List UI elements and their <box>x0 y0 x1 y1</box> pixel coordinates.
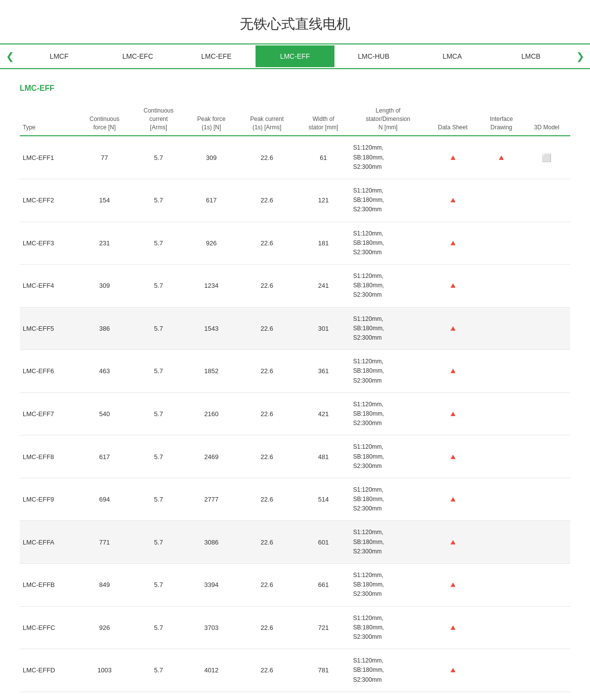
model-icon[interactable]: ⬜ <box>542 154 552 162</box>
cell-datasheet[interactable]: 🔺 <box>426 606 480 649</box>
cell-peak-force: 617 <box>185 179 237 222</box>
nav-left-arrow[interactable]: ❮ <box>0 44 20 68</box>
cell-cont-force: 849 <box>77 564 132 607</box>
col-interface: InterfaceDrawing <box>479 103 523 136</box>
nav-item-lmcb[interactable]: LMCB <box>492 45 570 67</box>
cell-datasheet[interactable]: 🔺 <box>426 435 480 478</box>
cell-cont-current: 5.7 <box>132 136 186 179</box>
cell-peak-force: 1852 <box>185 350 237 393</box>
cell-cont-force: 463 <box>77 350 132 393</box>
cell-datasheet[interactable]: 🔺 <box>426 265 480 308</box>
cell-3dmodel <box>523 392 570 435</box>
cell-interface[interactable]: 🔺 <box>479 136 523 179</box>
cell-cont-current: 5.7 <box>132 435 186 478</box>
cell-cont-force: 77 <box>77 136 132 179</box>
table-row: LMC-EFF3 231 5.7 926 22.6 181 S1:120mm,S… <box>20 222 570 265</box>
cell-datasheet[interactable]: 🔺 <box>426 392 480 435</box>
cell-datasheet[interactable]: 🔺 <box>426 478 480 521</box>
cell-3dmodel <box>523 265 570 308</box>
cell-datasheet[interactable]: 🔺 <box>426 521 480 564</box>
cell-width: 781 <box>296 649 350 692</box>
cell-peak-force: 4012 <box>185 649 237 692</box>
cell-cont-current: 5.7 <box>132 478 186 521</box>
nav-item-lmca[interactable]: LMCA <box>413 45 491 67</box>
cell-width: 121 <box>296 179 350 222</box>
cell-interface <box>479 307 523 350</box>
cell-interface <box>479 649 523 692</box>
cell-cont-current: 5.7 <box>132 350 186 393</box>
pdf-icon[interactable]: 🔺 <box>448 324 458 333</box>
pdf-icon[interactable]: 🔺 <box>448 410 458 418</box>
cell-type: LMC-EFFB <box>20 564 77 607</box>
cell-type: LMC-EFF1 <box>20 136 77 179</box>
cell-interface <box>479 435 523 478</box>
pdf-icon[interactable]: 🔺 <box>448 623 458 632</box>
nav-item-lmc-efe[interactable]: LMC-EFE <box>177 45 256 67</box>
nav-item-lmc-eff[interactable]: LMC-EFF <box>256 45 334 67</box>
cell-interface <box>479 606 523 649</box>
col-width-stator: Width ofstator [mm] <box>296 103 350 136</box>
cell-peak-force: 3086 <box>185 521 237 564</box>
cell-type: LMC-EFF5 <box>20 307 77 350</box>
cell-peak-current: 22.6 <box>237 521 297 564</box>
nav-item-lmc-hub[interactable]: LMC-HUB <box>334 45 413 67</box>
pdf-icon[interactable]: 🔺 <box>448 281 458 290</box>
cell-3dmodel <box>523 478 570 521</box>
cell-datasheet[interactable]: 🔺 <box>426 136 480 179</box>
cell-interface <box>479 179 523 222</box>
cell-peak-force: 2469 <box>185 435 237 478</box>
cell-peak-force: 1234 <box>185 265 237 308</box>
cell-cont-current: 5.7 <box>132 392 186 435</box>
cell-cont-current: 5.7 <box>132 649 186 692</box>
cell-cont-force: 231 <box>77 222 132 265</box>
cell-interface <box>479 392 523 435</box>
cell-peak-force: 2777 <box>185 478 237 521</box>
col-3dmodel: 3D Model <box>523 103 570 136</box>
cell-peak-current: 22.6 <box>237 179 297 222</box>
cell-dims: S1:120mm,SB:180mm,S2:300mm <box>350 606 426 649</box>
table-row: LMC-EFFC 926 5.7 3703 22.6 721 S1:120mm,… <box>20 606 570 649</box>
cell-datasheet[interactable]: 🔺 <box>426 307 480 350</box>
nav-item-lmcf[interactable]: LMCF <box>20 45 98 67</box>
cell-peak-force: 1543 <box>185 307 237 350</box>
pdf-icon[interactable]: 🔺 <box>448 581 458 589</box>
cell-dims: S1:120mm,SB:180mm,S2:300mm <box>350 222 426 265</box>
cell-cont-force: 154 <box>77 179 132 222</box>
cell-peak-current: 22.6 <box>237 350 297 393</box>
cell-3dmodel[interactable]: ⬜ <box>523 136 570 179</box>
nav-items: LMCF LMC-EFC LMC-EFE LMC-EFF LMC-HUB LMC… <box>20 45 570 67</box>
pdf-icon[interactable]: 🔺 <box>448 538 458 546</box>
pdf-icon[interactable]: 🔺 <box>448 196 458 204</box>
pdf-icon[interactable]: 🔺 <box>448 453 458 461</box>
cell-width: 241 <box>296 265 350 308</box>
cell-peak-force: 2160 <box>185 392 237 435</box>
cell-peak-current: 22.6 <box>237 392 297 435</box>
pdf-icon[interactable]: 🔺 <box>448 367 458 375</box>
cell-datasheet[interactable]: 🔺 <box>426 179 480 222</box>
cell-3dmodel <box>523 222 570 265</box>
table-row: LMC-EFF4 309 5.7 1234 22.6 241 S1:120mm,… <box>20 265 570 308</box>
table-row: LMC-EFF5 386 5.7 1543 22.6 301 S1:120mm,… <box>20 307 570 350</box>
col-cont-force: Continuousforce [N] <box>77 103 132 136</box>
cell-datasheet[interactable]: 🔺 <box>426 222 480 265</box>
pdf-icon[interactable]: 🔺 <box>448 154 458 162</box>
cell-cont-force: 926 <box>77 606 132 649</box>
pdf-icon[interactable]: 🔺 <box>496 154 506 162</box>
cell-datasheet[interactable]: 🔺 <box>426 350 480 393</box>
cell-interface <box>479 265 523 308</box>
nav-item-lmc-efc[interactable]: LMC-EFC <box>98 45 177 67</box>
cell-type: LMC-EFF3 <box>20 222 77 265</box>
cell-type: LMC-EFFD <box>20 649 77 692</box>
pdf-icon[interactable]: 🔺 <box>448 666 458 674</box>
cell-type: LMC-EFF4 <box>20 265 77 308</box>
pdf-icon[interactable]: 🔺 <box>448 495 458 504</box>
cell-peak-current: 22.6 <box>237 606 297 649</box>
cell-datasheet[interactable]: 🔺 <box>426 564 480 607</box>
table-row: LMC-EFF1 77 5.7 309 22.6 61 S1:120mm,SB:… <box>20 136 570 179</box>
nav-right-arrow[interactable]: ❯ <box>570 44 590 68</box>
pdf-icon[interactable]: 🔺 <box>448 239 458 247</box>
cell-peak-current: 22.6 <box>237 649 297 692</box>
cell-peak-current: 22.6 <box>237 222 297 265</box>
cell-datasheet[interactable]: 🔺 <box>426 649 480 692</box>
cell-cont-force: 309 <box>77 265 132 308</box>
